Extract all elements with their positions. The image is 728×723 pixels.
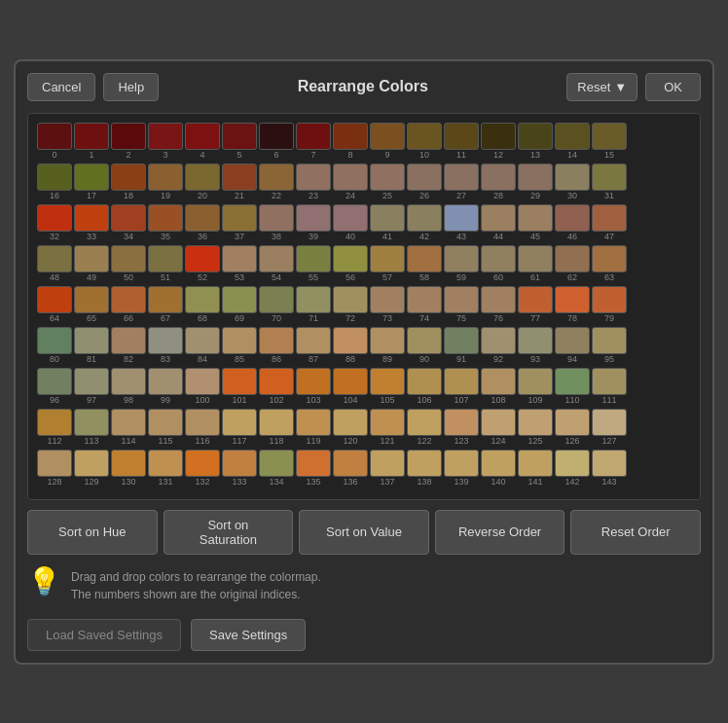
- color-cell[interactable]: 12: [481, 123, 516, 160]
- color-cell[interactable]: 30: [555, 163, 590, 200]
- color-cell[interactable]: 123: [444, 409, 479, 446]
- color-cell[interactable]: 113: [74, 409, 109, 446]
- color-cell[interactable]: 17: [74, 163, 109, 200]
- color-cell[interactable]: 64: [37, 286, 72, 323]
- color-cell[interactable]: 133: [222, 450, 257, 487]
- color-cell[interactable]: 10: [407, 123, 442, 160]
- color-cell[interactable]: 141: [518, 450, 553, 487]
- color-cell[interactable]: 92: [481, 327, 516, 364]
- color-cell[interactable]: 95: [592, 327, 627, 364]
- color-cell[interactable]: 73: [370, 286, 405, 323]
- color-cell[interactable]: 88: [333, 327, 368, 364]
- color-cell[interactable]: 8: [333, 123, 368, 160]
- color-cell[interactable]: 126: [555, 409, 590, 446]
- color-cell[interactable]: 65: [74, 286, 109, 323]
- color-cell[interactable]: 32: [37, 204, 72, 241]
- color-cell[interactable]: 102: [259, 368, 294, 405]
- color-cell[interactable]: 76: [481, 286, 516, 323]
- color-cell[interactable]: 69: [222, 286, 257, 323]
- color-cell[interactable]: 98: [111, 368, 146, 405]
- color-cell[interactable]: 43: [444, 204, 479, 241]
- color-cell[interactable]: 24: [333, 163, 368, 200]
- color-cell[interactable]: 67: [148, 286, 183, 323]
- color-cell[interactable]: 70: [259, 286, 294, 323]
- color-cell[interactable]: 118: [259, 409, 294, 446]
- color-cell[interactable]: 26: [407, 163, 442, 200]
- color-grid-container[interactable]: 0123456789101112131415161718192021222324…: [27, 113, 701, 500]
- color-cell[interactable]: 82: [111, 327, 146, 364]
- color-cell[interactable]: 85: [222, 327, 257, 364]
- color-cell[interactable]: 33: [74, 204, 109, 241]
- color-cell[interactable]: 101: [222, 368, 257, 405]
- color-cell[interactable]: 127: [592, 409, 627, 446]
- color-cell[interactable]: 66: [111, 286, 146, 323]
- color-cell[interactable]: 125: [518, 409, 553, 446]
- color-cell[interactable]: 110: [555, 368, 590, 405]
- color-cell[interactable]: 93: [518, 327, 553, 364]
- color-cell[interactable]: 71: [296, 286, 331, 323]
- color-cell[interactable]: 114: [111, 409, 146, 446]
- color-cell[interactable]: 11: [444, 123, 479, 160]
- sort-value-button[interactable]: Sort on Value: [299, 510, 429, 555]
- color-cell[interactable]: 109: [518, 368, 553, 405]
- color-cell[interactable]: 131: [148, 450, 183, 487]
- color-cell[interactable]: 136: [333, 450, 368, 487]
- color-cell[interactable]: 111: [592, 368, 627, 405]
- color-cell[interactable]: 87: [296, 327, 331, 364]
- color-cell[interactable]: 108: [481, 368, 516, 405]
- color-cell[interactable]: 112: [37, 409, 72, 446]
- color-cell[interactable]: 14: [555, 123, 590, 160]
- sort-saturation-button[interactable]: Sort on Saturation: [164, 510, 294, 555]
- color-cell[interactable]: 54: [259, 245, 294, 282]
- color-cell[interactable]: 129: [74, 450, 109, 487]
- color-cell[interactable]: 44: [481, 204, 516, 241]
- color-cell[interactable]: 28: [481, 163, 516, 200]
- color-cell[interactable]: 60: [481, 245, 516, 282]
- color-cell[interactable]: 86: [259, 327, 294, 364]
- color-cell[interactable]: 121: [370, 409, 405, 446]
- color-cell[interactable]: 20: [185, 163, 220, 200]
- color-cell[interactable]: 134: [259, 450, 294, 487]
- color-cell[interactable]: 5: [222, 123, 257, 160]
- color-cell[interactable]: 107: [444, 368, 479, 405]
- reset-order-button[interactable]: Reset Order: [570, 510, 701, 555]
- color-cell[interactable]: 90: [407, 327, 442, 364]
- color-cell[interactable]: 80: [37, 327, 72, 364]
- color-cell[interactable]: 72: [333, 286, 368, 323]
- color-cell[interactable]: 21: [222, 163, 257, 200]
- color-cell[interactable]: 75: [444, 286, 479, 323]
- color-cell[interactable]: 36: [185, 204, 220, 241]
- color-cell[interactable]: 1: [74, 123, 109, 160]
- color-cell[interactable]: 132: [185, 450, 220, 487]
- color-cell[interactable]: 46: [555, 204, 590, 241]
- color-cell[interactable]: 3: [148, 123, 183, 160]
- color-cell[interactable]: 124: [481, 409, 516, 446]
- color-cell[interactable]: 128: [37, 450, 72, 487]
- color-cell[interactable]: 18: [111, 163, 146, 200]
- color-cell[interactable]: 57: [370, 245, 405, 282]
- cancel-button[interactable]: Cancel: [27, 73, 95, 101]
- color-cell[interactable]: 41: [370, 204, 405, 241]
- color-cell[interactable]: 89: [370, 327, 405, 364]
- color-cell[interactable]: 62: [555, 245, 590, 282]
- color-cell[interactable]: 63: [592, 245, 627, 282]
- color-cell[interactable]: 84: [185, 327, 220, 364]
- color-cell[interactable]: 58: [407, 245, 442, 282]
- color-cell[interactable]: 23: [296, 163, 331, 200]
- color-cell[interactable]: 37: [222, 204, 257, 241]
- color-cell[interactable]: 53: [222, 245, 257, 282]
- color-cell[interactable]: 78: [555, 286, 590, 323]
- color-cell[interactable]: 79: [592, 286, 627, 323]
- color-cell[interactable]: 91: [444, 327, 479, 364]
- color-cell[interactable]: 38: [259, 204, 294, 241]
- load-settings-button[interactable]: Load Saved Settings: [27, 619, 181, 651]
- color-cell[interactable]: 130: [111, 450, 146, 487]
- color-cell[interactable]: 48: [37, 245, 72, 282]
- color-cell[interactable]: 59: [444, 245, 479, 282]
- color-cell[interactable]: 25: [370, 163, 405, 200]
- color-cell[interactable]: 139: [444, 450, 479, 487]
- color-cell[interactable]: 96: [37, 368, 72, 405]
- save-settings-button[interactable]: Save Settings: [191, 619, 306, 651]
- color-cell[interactable]: 4: [185, 123, 220, 160]
- color-cell[interactable]: 99: [148, 368, 183, 405]
